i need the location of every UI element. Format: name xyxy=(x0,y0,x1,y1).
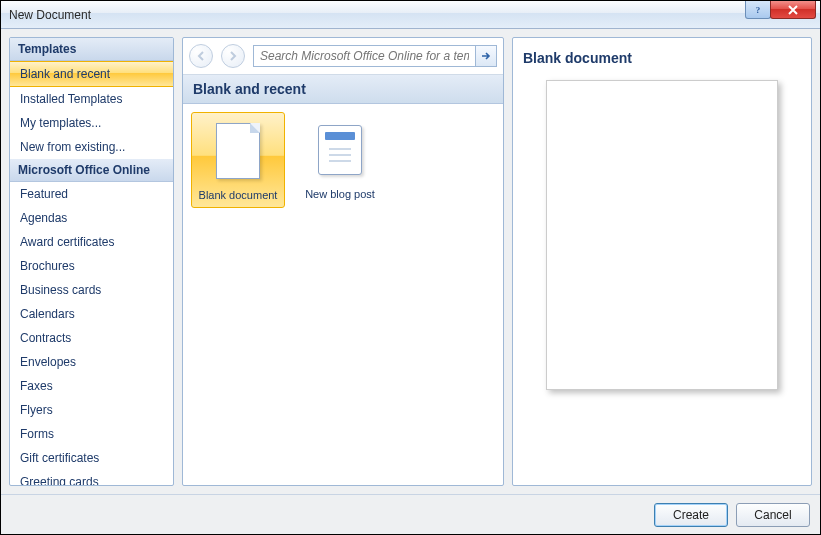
nav-forward-button[interactable] xyxy=(221,44,245,68)
window-buttons: ? xyxy=(746,1,816,19)
templates-section-header: Blank and recent xyxy=(183,75,503,104)
sidebar-item-new-from-existing[interactable]: New from existing... xyxy=(10,135,173,159)
dialog-body: Templates Blank and recent Installed Tem… xyxy=(1,29,820,494)
svg-text:?: ? xyxy=(756,5,761,15)
nav-back-button[interactable] xyxy=(189,44,213,68)
blank-document-icon xyxy=(206,119,270,183)
sidebar-item-business-cards[interactable]: Business cards xyxy=(10,278,173,302)
sidebar-item-flyers[interactable]: Flyers xyxy=(10,398,173,422)
sidebar-item-my-templates[interactable]: My templates... xyxy=(10,111,173,135)
sidebar-item-blank-and-recent[interactable]: Blank and recent xyxy=(10,61,173,87)
template-label: Blank document xyxy=(199,189,278,201)
sidebar-item-faxes[interactable]: Faxes xyxy=(10,374,173,398)
arrow-right-icon xyxy=(227,50,239,62)
arrow-left-icon xyxy=(195,50,207,62)
templates-toolbar xyxy=(183,38,503,75)
sidebar-item-contracts[interactable]: Contracts xyxy=(10,326,173,350)
templates-pane: Blank and recent Blank document New blog… xyxy=(182,37,504,486)
create-button[interactable]: Create xyxy=(654,503,728,527)
sidebar-header-templates: Templates xyxy=(10,38,173,61)
preview-page xyxy=(546,80,778,390)
templates-sidebar: Templates Blank and recent Installed Tem… xyxy=(9,37,174,486)
preview-pane: Blank document xyxy=(512,37,812,486)
search-go-button[interactable] xyxy=(475,45,497,67)
cancel-button[interactable]: Cancel xyxy=(736,503,810,527)
templates-list: Blank document New blog post xyxy=(183,104,503,485)
preview-title: Blank document xyxy=(521,46,803,76)
sidebar-item-agendas[interactable]: Agendas xyxy=(10,206,173,230)
search-input[interactable] xyxy=(253,45,476,67)
help-button[interactable]: ? xyxy=(745,1,771,19)
sidebar-item-featured[interactable]: Featured xyxy=(10,182,173,206)
new-document-dialog: New Document ? Templates Blank and recen… xyxy=(0,0,821,535)
sidebar-item-brochures[interactable]: Brochures xyxy=(10,254,173,278)
search-wrap xyxy=(253,45,497,67)
sidebar-item-envelopes[interactable]: Envelopes xyxy=(10,350,173,374)
arrow-right-icon xyxy=(480,50,492,62)
blog-post-icon xyxy=(308,118,372,182)
titlebar[interactable]: New Document ? xyxy=(1,1,820,29)
dialog-footer: Create Cancel xyxy=(1,494,820,534)
close-button[interactable] xyxy=(770,1,816,19)
template-new-blog-post[interactable]: New blog post xyxy=(293,112,387,206)
sidebar-item-calendars[interactable]: Calendars xyxy=(10,302,173,326)
sidebar-item-gift-certificates[interactable]: Gift certificates xyxy=(10,446,173,470)
sidebar-item-installed-templates[interactable]: Installed Templates xyxy=(10,87,173,111)
sidebar-header-office-online: Microsoft Office Online xyxy=(10,159,173,182)
window-title: New Document xyxy=(9,8,91,22)
sidebar-item-forms[interactable]: Forms xyxy=(10,422,173,446)
template-label: New blog post xyxy=(305,188,375,200)
sidebar-scroll[interactable]: Templates Blank and recent Installed Tem… xyxy=(10,38,173,485)
template-blank-document[interactable]: Blank document xyxy=(191,112,285,208)
sidebar-item-award-certificates[interactable]: Award certificates xyxy=(10,230,173,254)
sidebar-item-greeting-cards[interactable]: Greeting cards xyxy=(10,470,173,485)
